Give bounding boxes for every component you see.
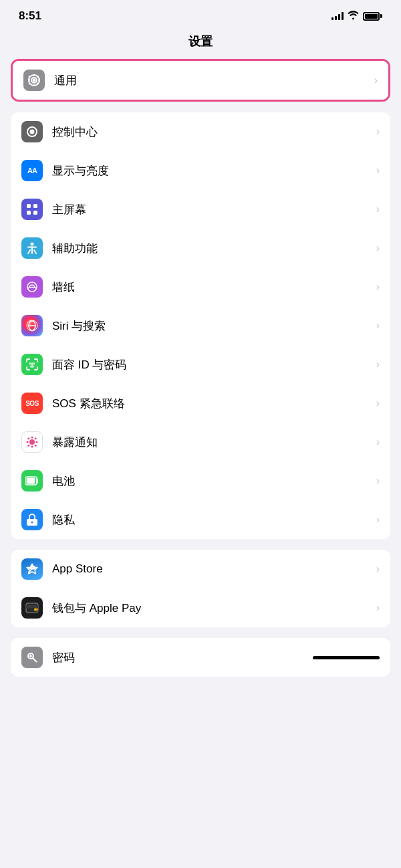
siri-chevron: › (376, 320, 380, 332)
faceid-chevron: › (376, 358, 380, 370)
battery-chevron: › (376, 475, 380, 487)
svg-point-16 (27, 437, 29, 439)
svg-point-12 (31, 437, 33, 439)
sos-icon: SOS (21, 393, 43, 414)
settings-group-store: App Store › 钱包与 Apple Pay › (11, 550, 390, 627)
svg-point-11 (29, 439, 35, 445)
home-screen-icon (21, 199, 43, 220)
control-center-icon (21, 121, 43, 142)
svg-rect-21 (27, 478, 35, 484)
appstore-chevron: › (376, 563, 380, 575)
privacy-label: 隐私 (52, 512, 376, 528)
wallet-icon (21, 597, 43, 619)
settings-group-general: 通用 › (11, 59, 390, 102)
status-bar: 8:51 (0, 0, 401, 28)
passwords-icon (21, 647, 43, 668)
settings-row-passwords[interactable]: 密码 (11, 638, 390, 677)
settings-row-exposure[interactable]: 暴露通知 › (11, 423, 390, 461)
control-center-label: 控制中心 (52, 124, 376, 140)
wallpaper-label: 墙纸 (52, 280, 376, 295)
settings-row-sos[interactable]: SOS SOS 紧急联络 › (11, 384, 390, 423)
wallpaper-chevron: › (376, 281, 380, 293)
svg-rect-6 (33, 211, 37, 215)
settings-row-appstore[interactable]: App Store › (11, 550, 390, 588)
settings-row-faceid[interactable]: 面容 ID 与密码 › (11, 345, 390, 384)
svg-point-19 (35, 445, 37, 447)
settings-row-wallet[interactable]: 钱包与 Apple Pay › (11, 588, 390, 627)
settings-group-passwords: 密码 (11, 638, 390, 677)
wallet-label: 钱包与 Apple Pay (52, 601, 376, 616)
accessibility-icon (21, 237, 43, 259)
faceid-label: 面容 ID 与密码 (52, 357, 376, 372)
svg-rect-24 (26, 605, 38, 608)
home-screen-label: 主屏幕 (52, 202, 376, 217)
status-icons (331, 11, 382, 21)
siri-label: Siri 与搜索 (52, 318, 376, 334)
settings-row-privacy[interactable]: 隐私 › (11, 500, 390, 539)
privacy-icon (21, 509, 43, 530)
exposure-label: 暴露通知 (52, 435, 376, 450)
exposure-icon (21, 431, 43, 453)
svg-point-14 (27, 441, 29, 443)
settings-row-accessibility[interactable]: 辅助功能 › (11, 229, 390, 267)
display-icon: AA (21, 160, 43, 181)
privacy-chevron: › (376, 514, 380, 526)
general-chevron: › (374, 74, 378, 86)
control-center-chevron: › (376, 126, 380, 138)
svg-point-7 (31, 243, 34, 246)
settings-row-siri[interactable]: Siri 与搜索 › (11, 306, 390, 345)
signal-icon (331, 12, 344, 20)
settings-group-display: 控制中心 › AA 显示与亮度 › 主屏幕 › 辅助功能 (11, 112, 390, 539)
battery-settings-icon (21, 470, 43, 492)
settings-row-battery[interactable]: 电池 › (11, 461, 390, 500)
home-screen-chevron: › (376, 203, 380, 215)
svg-rect-5 (27, 211, 31, 215)
passwords-label: 密码 (52, 650, 182, 665)
sos-label: SOS 紧急联络 (52, 396, 376, 411)
settings-row-display[interactable]: AA 显示与亮度 › (11, 151, 390, 190)
svg-rect-4 (33, 204, 37, 208)
accessibility-chevron: › (376, 242, 380, 254)
settings-row-home-screen[interactable]: 主屏幕 › (11, 190, 390, 229)
status-time: 8:51 (19, 9, 41, 23)
svg-point-0 (33, 79, 36, 82)
svg-point-26 (35, 609, 38, 611)
sos-chevron: › (376, 397, 380, 409)
display-label: 显示与亮度 (52, 163, 376, 179)
wifi-icon (348, 11, 359, 21)
settings-row-control-center[interactable]: 控制中心 › (11, 112, 390, 151)
settings-row-wallpaper[interactable]: 墙纸 › (11, 267, 390, 306)
wallpaper-icon (21, 276, 43, 298)
battery-label: 电池 (52, 473, 376, 489)
faceid-icon (21, 354, 43, 375)
svg-point-22 (31, 522, 33, 524)
svg-point-2 (30, 130, 35, 134)
settings-row-general[interactable]: 通用 › (13, 61, 388, 100)
appstore-label: App Store (52, 562, 376, 576)
svg-point-17 (35, 437, 37, 439)
siri-icon (21, 315, 43, 336)
svg-point-15 (36, 441, 38, 443)
svg-point-18 (27, 445, 29, 447)
appstore-icon (21, 558, 43, 580)
exposure-chevron: › (376, 436, 380, 448)
svg-rect-3 (27, 204, 31, 208)
display-chevron: › (376, 165, 380, 177)
accessibility-label: 辅助功能 (52, 241, 376, 256)
battery-icon (363, 12, 382, 21)
general-icon (23, 70, 45, 91)
wallet-chevron: › (376, 602, 380, 614)
page-title: 设置 (0, 28, 401, 59)
general-label: 通用 (54, 73, 374, 88)
svg-point-13 (31, 446, 33, 448)
